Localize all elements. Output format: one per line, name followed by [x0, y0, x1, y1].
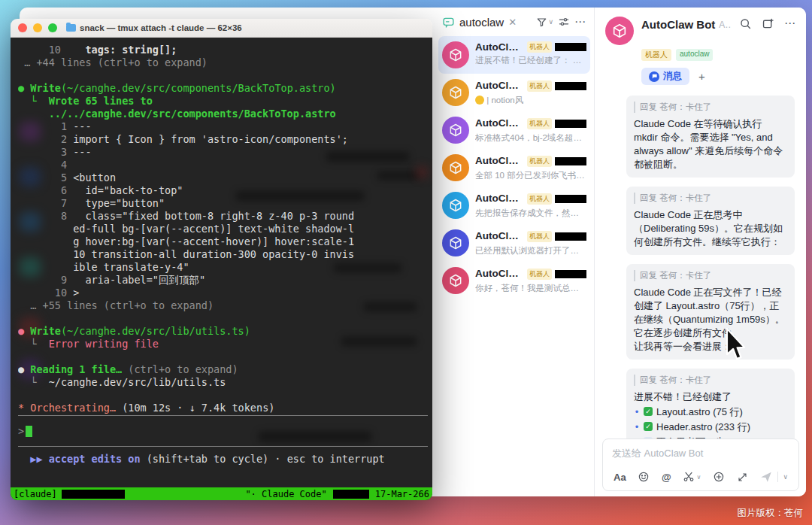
message-bullet: •✓Header.astro (233 行) — [634, 420, 787, 434]
terminal-line: ● Write(~/canghe.dev/src/lib/utils.ts) — [18, 325, 428, 338]
avatar — [442, 41, 469, 68]
chat-item-name: AutoClaw_全栈 — [475, 117, 524, 130]
chat-list-item[interactable]: AutoClaw_内容总...机器人 | notion风 — [438, 74, 590, 111]
terminal-line — [18, 351, 428, 363]
add-tab-button[interactable]: + — [698, 70, 705, 83]
avatar — [442, 117, 469, 144]
message-bubble: 回复 苍何：卡住了Claude Code 正在思考中（Deliberating … — [626, 187, 795, 255]
attach-plus-icon[interactable] — [713, 471, 725, 483]
message-list: 回复 苍何：卡住了Claude Code 在等待确认执行 mkdir 命令。需要… — [595, 91, 806, 439]
chat-list-item[interactable]: AutoClaw_全栈机器人标准格式404，bj-2域名超时，看来... — [438, 111, 590, 149]
avatar — [442, 79, 469, 106]
reply-quote: 回复 苍何：卡住了 — [634, 270, 787, 281]
chat-detail-panel: AutoClaw Bot Au... ⋯ 机器人autoclaw — [594, 8, 806, 496]
chat-item-name: AutoClaw_产品总... — [475, 154, 524, 168]
terminal-line: └ ~/canghe.dev/src/lib/utils.ts — [18, 376, 428, 389]
team-tag: autoclaw — [676, 49, 713, 61]
avatar — [442, 267, 469, 294]
terminal-line: 7 type="button" — [18, 197, 428, 210]
terminal-line: * Orchestrating… (10m 12s · ↓ 7.4k token… — [18, 402, 428, 414]
text-format-icon[interactable]: Aa — [614, 472, 626, 483]
terminal-window: snack — tmux attach -t claude — 62×36 10… — [11, 19, 432, 500]
message-text: Claude Code 正在思考中（Deliberating 59s）。它在规划… — [634, 208, 787, 249]
chat-list-item[interactable]: AutoClaw_开发总...机器人已经用默认浏览器打开了，苍何直接... — [438, 224, 590, 262]
chat-item-preview: 已经用默认浏览器打开了，苍何直接... — [475, 245, 586, 256]
mention-icon[interactable]: @ — [662, 472, 671, 483]
terminal-prompt[interactable]: > — [18, 415, 428, 447]
redaction-block — [62, 490, 125, 499]
screenshot-scissors-icon[interactable]: ∨ — [683, 471, 701, 483]
message-input[interactable]: 发送给 AutoClaw Bot — [603, 439, 798, 460]
terminal-cursor — [26, 426, 32, 437]
check-icon: ✓ — [644, 422, 653, 431]
message-bubble: 回复 苍何：卡住了Claude Code 正在写文件了！已经创建了 Layout… — [626, 264, 795, 360]
tmux-session: [claude] — [14, 487, 57, 500]
check-icon: ✓ — [644, 407, 653, 416]
terminal-body: 10 tags: string[]; … +44 lines (ctrl+o t… — [11, 38, 432, 500]
search-filter-text: autoclaw — [459, 16, 504, 29]
folder-icon — [66, 24, 76, 32]
redaction-block — [333, 490, 369, 499]
chat-filter-bubble-icon — [442, 16, 455, 29]
emoji-icon[interactable] — [638, 471, 650, 483]
bot-badge: 机器人 — [527, 231, 552, 242]
expand-composer-icon[interactable] — [737, 472, 748, 483]
terminal-line: 8 class="fixed bottom-8 right-8 z-40 p-3… — [18, 210, 428, 223]
minimize-button[interactable] — [33, 23, 42, 32]
avatar — [442, 154, 469, 181]
chat-item-name: AutoClaw Bot — [475, 41, 524, 53]
chat-item-name: AutoClaw_市场总... — [475, 192, 524, 205]
bot-badge: 机器人 — [527, 41, 552, 53]
bot-badge: 机器人 — [527, 156, 552, 167]
clear-search-icon[interactable]: ✕ — [508, 17, 517, 28]
terminal-line: … +44 lines (ctrl+o to expand) — [18, 56, 428, 69]
chat-list-item[interactable]: AutoClaw_测试...机器人你好，苍何！我是测试总监，随时准... — [438, 262, 590, 299]
redacted-timestamp — [555, 120, 586, 128]
message-text: Claude Code 在等待确认执行 mkdir 命令。需要选择 "Yes, … — [634, 117, 787, 171]
sort-settings-icon[interactable] — [558, 16, 570, 28]
avatar — [442, 229, 469, 256]
chat-item-preview: | notion风 — [475, 95, 586, 106]
message-bubble: 回复 苍何：卡住了进展不错！已经创建了•✓Layout.astro (75 行)… — [626, 369, 795, 439]
search-in-chat-icon[interactable] — [739, 17, 752, 30]
chat-list-item[interactable]: AutoClaw Bot机器人进展不错！已经创建了： ✓ Layout.... — [438, 36, 590, 74]
reply-quote: 回复 苍何：卡住了 — [634, 102, 787, 113]
close-button[interactable] — [18, 23, 27, 32]
terminal-line: ible translate-y-4" — [18, 261, 428, 274]
bot-avatar — [605, 17, 634, 45]
bot-badge: 机器人 — [527, 193, 552, 205]
terminal-line: ● Write(~/canghe.dev/src/components/Back… — [18, 82, 428, 95]
open-in-tab-icon[interactable] — [762, 17, 774, 30]
chat-item-name: AutoClaw_内容总... — [475, 79, 524, 93]
filter-funnel-icon[interactable]: ∨ — [536, 17, 553, 28]
zoom-button[interactable] — [48, 23, 57, 32]
chat-list-more-icon[interactable]: ⋯ — [574, 15, 586, 29]
tmux-window-title: "· Claude Code" — [245, 487, 326, 500]
chat-list-item[interactable]: AutoClaw_产品总...机器人全部 10 部分已发到你飞书了 ✓ PRD … — [438, 149, 590, 187]
chat-list: AutoClaw Bot机器人进展不错！已经创建了： ✓ Layout....A… — [435, 36, 594, 299]
chat-item-preview: 先把报告保存成文件，然后发给你。 — [475, 208, 586, 219]
chat-tags: 机器人autoclaw — [641, 49, 796, 61]
bot-badge: 机器人 — [527, 80, 552, 92]
redacted-timestamp — [555, 43, 586, 51]
chat-item-preview: 标准格式404，bj-2域名超时，看来... — [475, 132, 586, 144]
terminal-line: 10 > — [18, 287, 428, 299]
chat-item-preview: 你好，苍何！我是测试总监，随时准... — [475, 283, 586, 294]
terminal-line: ed-full bg-[var(--accent)] text-white sh… — [18, 223, 428, 235]
terminal-line — [18, 389, 428, 402]
chat-more-icon[interactable]: ⋯ — [784, 17, 796, 30]
chat-list-header: autoclaw ✕ ∨ ⋯ — [435, 8, 594, 36]
send-options-chevron[interactable]: ∨ — [783, 473, 788, 481]
tmux-status-bar: [claude] "· Claude Code" 17-Mar-266 — [11, 487, 432, 500]
tab-messages[interactable]: 消息 — [641, 68, 689, 85]
redacted-timestamp — [555, 82, 586, 90]
terminal-line: 9 aria-label="回到顶部" — [18, 274, 428, 287]
send-button[interactable] — [759, 470, 773, 484]
bot-tag: 机器人 — [641, 49, 671, 61]
terminal-line: 6 id="back-to-top" — [18, 184, 428, 197]
chat-list-item[interactable]: AutoClaw_市场总...机器人先把报告保存成文件，然后发给你。 — [438, 187, 590, 224]
chat-item-preview: 全部 10 部分已发到你飞书了 ✓ PRD ... — [475, 170, 586, 182]
tmux-date: 17-Mar-266 — [375, 487, 429, 500]
terminal-line: 5 <button — [18, 171, 428, 184]
chat-item-preview: 进展不错！已经创建了： ✓ Layout.... — [475, 55, 586, 67]
